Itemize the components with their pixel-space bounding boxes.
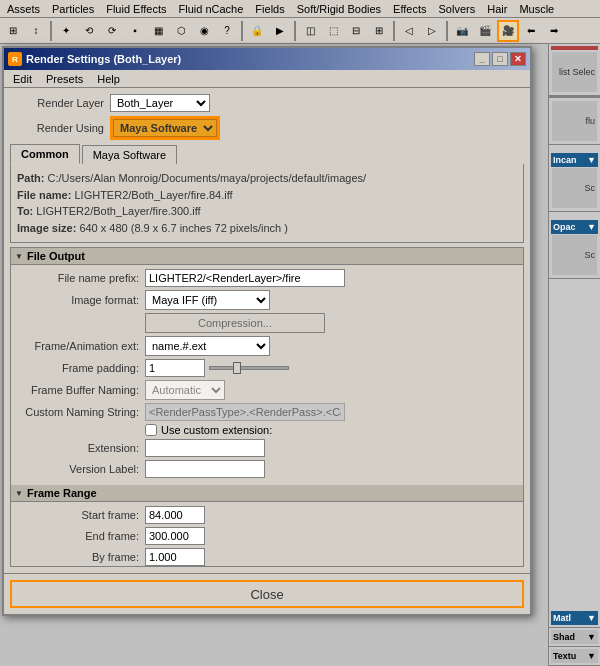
info-to-line: To: LIGHTER2/Both_Layer/fire.300.iff xyxy=(17,203,517,220)
matl-chevron: ▼ xyxy=(587,613,596,623)
toolbar-btn-13[interactable]: ⬚ xyxy=(322,20,344,42)
menu-fluid-ncache[interactable]: Fluid nCache xyxy=(174,2,249,16)
use-custom-ext-checkbox[interactable] xyxy=(145,424,157,436)
toolbar-btn-10[interactable]: ? xyxy=(216,20,238,42)
dialog-menu-edit[interactable]: Edit xyxy=(8,72,37,86)
tab-common[interactable]: Common xyxy=(10,144,80,164)
toolbar-btn-9[interactable]: ◉ xyxy=(193,20,215,42)
toolbar-btn-12[interactable]: ◫ xyxy=(299,20,321,42)
use-custom-ext-label: Use custom extension: xyxy=(161,424,272,436)
menu-effects[interactable]: Effects xyxy=(388,2,431,16)
shad-header: Shad ▼ xyxy=(551,630,598,644)
start-frame-input[interactable] xyxy=(145,506,205,524)
ncloth-label: list Selec xyxy=(559,67,595,77)
menu-hair[interactable]: Hair xyxy=(482,2,512,16)
incan-header: Incan ▼ xyxy=(551,153,598,167)
incan-label: Sc xyxy=(584,183,595,193)
close-x-button[interactable]: ✕ xyxy=(510,52,526,66)
compression-button[interactable]: Compression... xyxy=(145,313,325,333)
frame-padding-label: Frame padding: xyxy=(15,362,145,374)
textu-title: Textu xyxy=(553,651,576,661)
by-frame-input[interactable] xyxy=(145,548,205,566)
toolbar-btn-8[interactable]: ⬡ xyxy=(170,20,192,42)
toolbar-btn-camera2[interactable]: 🎬 xyxy=(474,20,496,42)
menu-soft-rigid[interactable]: Soft/Rigid Bodies xyxy=(292,2,386,16)
toolbar-btn-lock[interactable]: 🔒 xyxy=(246,20,268,42)
toolbar-btn-7[interactable]: ▦ xyxy=(147,20,169,42)
shad-chevron: ▼ xyxy=(587,632,596,642)
compression-row: Compression... xyxy=(11,313,523,333)
menu-solvers[interactable]: Solvers xyxy=(434,2,481,16)
incan-content: Sc xyxy=(552,168,597,208)
toolbar-btn-2[interactable]: ↕ xyxy=(25,20,47,42)
menu-assets[interactable]: Assets xyxy=(2,2,45,16)
toolbar-sep-2 xyxy=(241,21,243,41)
render-layer-select[interactable]: Both_Layer xyxy=(110,94,210,112)
use-custom-ext-check-group: Use custom extension: xyxy=(145,424,272,436)
dialog-title: Render Settings (Both_Layer) xyxy=(26,53,181,65)
render-using-select[interactable]: Maya Software xyxy=(113,119,217,137)
filename-label: File name: xyxy=(17,189,71,201)
toolbar-btn-camera1[interactable]: 📷 xyxy=(451,20,473,42)
image-format-select[interactable]: Maya IFF (iff) JPEG PNG TIFF EXR xyxy=(145,290,270,310)
minimize-button[interactable]: _ xyxy=(474,52,490,66)
frame-padding-track[interactable] xyxy=(209,366,289,370)
file-output-body: File name prefix: Image format: Maya IFF… xyxy=(11,265,523,485)
toolbar-btn-14[interactable]: ⊟ xyxy=(345,20,367,42)
menu-fluid-effects[interactable]: Fluid Effects xyxy=(101,2,171,16)
extension-input[interactable] xyxy=(145,439,265,457)
toolbar-btn-16[interactable]: ◁ xyxy=(398,20,420,42)
toolbar-btn-19[interactable]: ➡ xyxy=(543,20,565,42)
toolbar-btn-18[interactable]: ⬅ xyxy=(520,20,542,42)
dialog-menu-help[interactable]: Help xyxy=(92,72,125,86)
version-label-row: Version Label: xyxy=(11,460,523,478)
tabs-row: Common Maya Software xyxy=(10,144,524,164)
frame-padding-row: Frame padding: xyxy=(11,359,523,377)
close-button[interactable]: Close xyxy=(10,580,524,608)
filename-prefix-input[interactable] xyxy=(145,269,345,287)
filename-prefix-row: File name prefix: xyxy=(11,269,523,287)
file-output-header[interactable]: ▼ File Output xyxy=(11,248,523,265)
sidebar-panel-textu: Textu ▼ xyxy=(549,647,600,666)
extension-row: Extension: xyxy=(11,439,523,457)
custom-naming-row: Custom Naming String: xyxy=(11,403,523,421)
version-label-label: Version Label: xyxy=(15,463,145,475)
sidebar-spacer-3 xyxy=(549,279,600,609)
custom-naming-input xyxy=(145,403,345,421)
toolbar-btn-1[interactable]: ⊞ xyxy=(2,20,24,42)
frame-anim-row: Frame/Animation ext: name.#.ext name.ext… xyxy=(11,336,523,356)
to-label: To: xyxy=(17,205,33,217)
toolbar-btn-render[interactable]: 🎥 xyxy=(497,20,519,42)
frame-padding-thumb[interactable] xyxy=(233,362,241,374)
frame-padding-input[interactable] xyxy=(145,359,205,377)
menu-fields[interactable]: Fields xyxy=(250,2,289,16)
end-frame-label: End frame: xyxy=(15,530,145,542)
toolbar-btn-4[interactable]: ⟲ xyxy=(78,20,100,42)
maximize-button[interactable]: □ xyxy=(492,52,508,66)
toolbar-btn-11[interactable]: ▶ xyxy=(269,20,291,42)
matl-header: Matl ▼ xyxy=(551,611,598,625)
info-image-size-line: Image size: 640 x 480 (8.9 x 6.7 inches … xyxy=(17,220,517,237)
info-section: Path: C:/Users/Alan Monroig/Documents/ma… xyxy=(10,164,524,243)
end-frame-input[interactable] xyxy=(145,527,205,545)
filename-prefix-label: File name prefix: xyxy=(15,272,145,284)
settings-panel[interactable]: ▼ File Output File name prefix: Image fo… xyxy=(10,247,524,567)
toolbar-btn-15[interactable]: ⊞ xyxy=(368,20,390,42)
menu-muscle[interactable]: Muscle xyxy=(514,2,559,16)
sidebar-panel-fluid: flu xyxy=(549,98,600,145)
version-label-input[interactable] xyxy=(145,460,265,478)
toolbar-btn-3[interactable]: ✦ xyxy=(55,20,77,42)
start-frame-label: Start frame: xyxy=(15,509,145,521)
toolbar-btn-6[interactable]: ▪ xyxy=(124,20,146,42)
menu-particles[interactable]: Particles xyxy=(47,2,99,16)
tab-maya-software[interactable]: Maya Software xyxy=(82,145,177,164)
sidebar-panel-incan: Incan ▼ Sc xyxy=(549,151,600,212)
main-area: R Render Settings (Both_Layer) _ □ ✕ Edi… xyxy=(0,44,600,666)
toolbar-btn-17[interactable]: ▷ xyxy=(421,20,443,42)
frame-anim-select[interactable]: name.#.ext name.ext.# #.name.ext xyxy=(145,336,270,356)
by-frame-label: By frame: xyxy=(15,551,145,563)
frame-anim-label: Frame/Animation ext: xyxy=(15,340,145,352)
dialog-menu-presets[interactable]: Presets xyxy=(41,72,88,86)
frame-range-header[interactable]: ▼ Frame Range xyxy=(11,485,523,502)
toolbar-btn-5[interactable]: ⟳ xyxy=(101,20,123,42)
